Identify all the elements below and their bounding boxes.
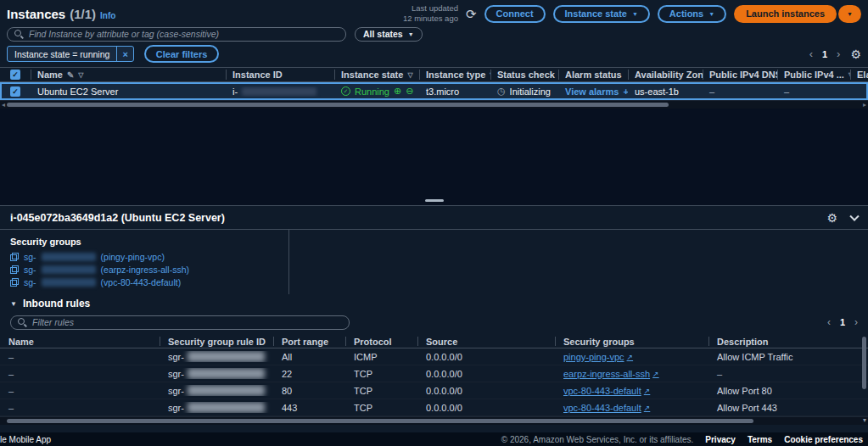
- scrollbar-thumb[interactable]: [862, 337, 866, 389]
- scroll-right-icon[interactable]: ▸: [863, 101, 866, 109]
- rules-pagination: ‹ 1 ›: [827, 316, 858, 328]
- scroll-left-icon[interactable]: ◂: [2, 101, 5, 109]
- security-group-link[interactable]: pingy-ping-vpc↗: [563, 352, 633, 362]
- scroll-down-icon[interactable]: ▾: [861, 416, 868, 424]
- remove-filter-icon[interactable]: ×: [116, 47, 132, 61]
- column-header-name[interactable]: Name ✎ ▽: [31, 68, 226, 81]
- rule-row[interactable]: – sgr- 80 TCP 0.0.0.0/0 vpc-80-443-defau…: [0, 382, 868, 399]
- actions-menu-button[interactable]: Actions ▼: [658, 5, 726, 23]
- page-number[interactable]: 1: [840, 317, 845, 327]
- column-header-elastic-ip[interactable]: Elastic: [850, 68, 868, 81]
- launch-instances-options-button[interactable]: ▼: [838, 5, 861, 23]
- page-number[interactable]: 1: [822, 49, 827, 59]
- launch-instances-split-button: Launch instances ▼: [734, 5, 861, 23]
- refresh-button[interactable]: ⟳: [466, 8, 477, 20]
- security-group-name-link[interactable]: (earpz-ingress-all-ssh): [101, 265, 189, 275]
- copy-icon[interactable]: [10, 253, 19, 261]
- column-header-source[interactable]: Source: [417, 335, 555, 348]
- empty-background: [0, 109, 868, 197]
- security-group-cell: vpc-80-443-default↗: [555, 403, 708, 413]
- security-group-item: sg- (vpc-80-443-default): [10, 277, 278, 287]
- copy-icon[interactable]: [10, 278, 19, 287]
- next-page-icon[interactable]: ›: [854, 316, 858, 328]
- instances-search-input[interactable]: [29, 29, 339, 39]
- security-group-link[interactable]: vpc-80-443-default↗: [563, 386, 650, 396]
- rule-row[interactable]: – sgr- All ICMP 0.0.0.0/0 pingy-ping-vpc…: [0, 348, 868, 365]
- prev-page-icon[interactable]: ‹: [809, 47, 813, 60]
- scrollbar-thumb[interactable]: [7, 419, 753, 423]
- table-preferences-button[interactable]: ⚙: [850, 48, 861, 60]
- column-header-instance-type[interactable]: Instance type ▽: [419, 68, 490, 81]
- select-all-checkbox[interactable]: ✓: [0, 68, 31, 81]
- redacted-security-group-id: [42, 278, 96, 287]
- rule-row[interactable]: – sgr- 22 TCP 0.0.0.0/0 earpz-ingress-al…: [0, 365, 868, 382]
- scrollbar-thumb[interactable]: [7, 103, 669, 107]
- security-group-id-link[interactable]: sg-: [24, 252, 36, 262]
- column-header-protocol[interactable]: Protocol: [345, 335, 417, 348]
- rule-id-cell: sgr-: [160, 402, 273, 413]
- cookie-preferences-link[interactable]: Cookie preferences: [784, 435, 863, 444]
- row-checkbox[interactable]: ✓: [0, 86, 31, 97]
- rule-name-cell: –: [0, 352, 160, 362]
- rule-name-cell: –: [0, 386, 160, 396]
- header-actions: Last updated 12 minutes ago ⟳ Connect In…: [403, 3, 861, 24]
- split-panel-resize-handle[interactable]: [0, 197, 868, 205]
- security-group-id-link[interactable]: sg-: [24, 277, 36, 287]
- column-header-description[interactable]: Description: [708, 335, 868, 348]
- instance-details-panel: i-045e072ba3649d1a2 (Ubuntu EC2 Server) …: [0, 205, 868, 432]
- column-header-instance-state[interactable]: Instance state ▽: [334, 68, 419, 81]
- rules-horizontal-scrollbar[interactable]: [0, 416, 868, 425]
- column-header-rule-name[interactable]: Name: [0, 335, 160, 348]
- terms-link[interactable]: Terms: [748, 435, 772, 444]
- status-check-cell: ◷ Initializing: [490, 86, 558, 97]
- column-header-public-ipv4[interactable]: Public IPv4 ... ▽: [777, 68, 850, 81]
- security-group-link[interactable]: vpc-80-443-default↗: [563, 403, 650, 413]
- security-groups-label: Security groups: [10, 237, 278, 247]
- column-header-instance-id[interactable]: Instance ID: [226, 68, 334, 81]
- column-header-alarm-status[interactable]: Alarm status: [558, 68, 628, 81]
- security-group-id-link[interactable]: sg-: [24, 265, 36, 275]
- privacy-link[interactable]: Privacy: [705, 435, 736, 444]
- description-cell: Allow ICMP Traffic: [708, 352, 868, 362]
- connect-button[interactable]: Connect: [484, 5, 546, 23]
- filter-token: Instance state = running ×: [7, 46, 134, 62]
- collapse-panel-button[interactable]: [851, 211, 858, 224]
- running-status-icon: ✓: [341, 86, 350, 96]
- clear-filters-button[interactable]: Clear filters: [144, 45, 220, 63]
- filter-not-equal-icon[interactable]: ⊖: [406, 86, 413, 97]
- info-link[interactable]: Info: [100, 11, 115, 20]
- security-group-name-link[interactable]: (pingy-ping-vpc): [101, 252, 165, 262]
- column-header-rule-id[interactable]: Security group rule ID: [160, 335, 273, 348]
- instance-row[interactable]: ✓ Ubuntu EC2 Server i- ✓ Running ⊕ ⊖ t3.…: [0, 82, 868, 100]
- mobile-app-link[interactable]: le Mobile App: [0, 435, 51, 444]
- prev-page-icon[interactable]: ‹: [827, 316, 831, 328]
- port-range-cell: 80: [273, 386, 345, 396]
- instances-section: Instances (1/1) Info Last updated 12 min…: [0, 0, 868, 109]
- caret-down-icon: ▼: [847, 11, 853, 17]
- state-filter-select[interactable]: All states ▼: [355, 27, 423, 42]
- sort-icon: ▽: [78, 71, 83, 79]
- copy-icon[interactable]: [10, 265, 19, 274]
- security-group-name-link[interactable]: (vpc-80-443-default): [101, 277, 182, 287]
- pending-clock-icon: ◷: [497, 86, 506, 97]
- rules-filter-input[interactable]: [32, 317, 342, 327]
- instance-state-menu-button[interactable]: Instance state ▼: [553, 5, 650, 23]
- column-header-port-range[interactable]: Port range: [273, 335, 345, 348]
- view-alarms-link[interactable]: View alarms: [565, 86, 619, 97]
- panel-preferences-button[interactable]: ⚙: [826, 212, 837, 224]
- inbound-rules-toggle[interactable]: ▼ Inbound rules: [0, 294, 868, 313]
- security-group-link[interactable]: earpz-ingress-all-ssh↗: [563, 369, 659, 379]
- next-page-icon[interactable]: ›: [837, 47, 840, 60]
- page-title-text: Instances: [7, 7, 65, 21]
- rules-vertical-scrollbar[interactable]: [862, 333, 867, 418]
- rule-row[interactable]: – sgr- 443 TCP 0.0.0.0/0 vpc-80-443-defa…: [0, 399, 868, 416]
- column-header-security-groups[interactable]: Security groups: [555, 335, 708, 348]
- column-header-status-check[interactable]: Status check: [490, 68, 558, 81]
- column-header-public-ipv4-dns[interactable]: Public IPv4 DNS ▽: [703, 68, 777, 81]
- instance-state-cell: ✓ Running ⊕ ⊖: [334, 86, 419, 97]
- filter-equal-icon[interactable]: ⊕: [394, 86, 401, 97]
- column-header-availability-zone[interactable]: Availability Zone: [628, 68, 703, 81]
- instances-horizontal-scrollbar[interactable]: ◂ ▸: [0, 100, 868, 109]
- redacted-rule-id: [188, 368, 265, 379]
- launch-instances-button[interactable]: Launch instances: [734, 5, 837, 23]
